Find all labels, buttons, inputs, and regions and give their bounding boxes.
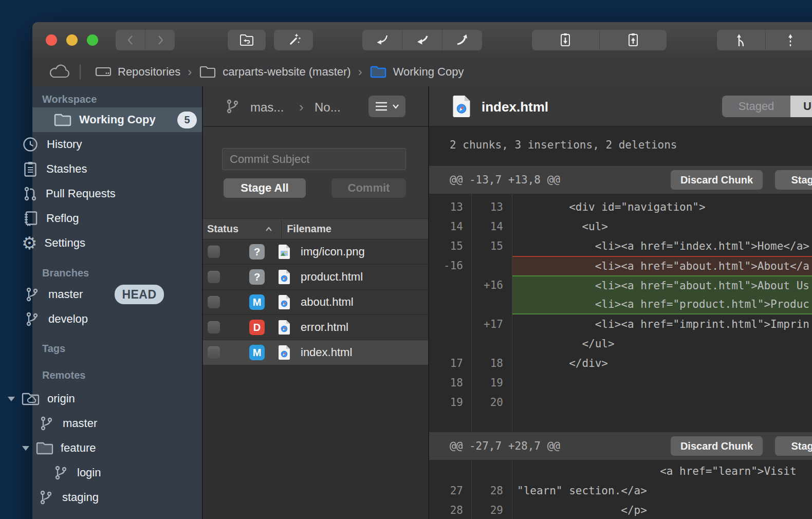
breadcrumb-divider bbox=[80, 64, 81, 80]
sidebar-item-label: Working Copy bbox=[79, 113, 156, 126]
diff-line[interactable]: 1515 <li><a href="index.html">Home</a> bbox=[429, 236, 812, 256]
pull-request-icon bbox=[23, 186, 38, 202]
diff-line[interactable]: 2829 </p> bbox=[429, 501, 812, 519]
back-button[interactable] bbox=[116, 30, 145, 50]
sidebar-item-stashes[interactable]: Stashes bbox=[0, 157, 170, 181]
fetch-button[interactable] bbox=[362, 30, 402, 50]
file-name: index.html bbox=[301, 346, 352, 359]
branch-ops-group bbox=[717, 30, 812, 50]
chevron-left-icon bbox=[125, 34, 136, 46]
html-file-icon-large bbox=[451, 94, 472, 119]
disclosure-triangle-icon[interactable] bbox=[21, 444, 30, 452]
fetch-arrow-icon bbox=[375, 33, 389, 47]
open-repository-button[interactable] bbox=[228, 30, 266, 50]
file-row[interactable]: ? product.html bbox=[203, 265, 428, 290]
file-row[interactable]: M about.html bbox=[203, 290, 428, 315]
sort-ascending-icon[interactable] bbox=[265, 227, 272, 232]
column-divider[interactable] bbox=[281, 219, 282, 239]
sidebar-branch-master[interactable]: master HEAD bbox=[0, 282, 170, 307]
forward-button[interactable] bbox=[145, 30, 175, 50]
breadcrumb-repositories[interactable]: Repositories bbox=[118, 65, 180, 79]
stage-checkbox[interactable] bbox=[208, 296, 220, 308]
diff-line[interactable]: 1718 </div> bbox=[429, 354, 812, 373]
sidebar-remote-origin[interactable]: origin bbox=[0, 386, 170, 411]
push-button[interactable] bbox=[442, 30, 482, 50]
diff-line-deletion[interactable]: -16 <li><a href="about.html">About</a bbox=[429, 256, 812, 275]
magic-wand-icon bbox=[286, 32, 301, 48]
diff-line[interactable]: </ul> bbox=[429, 334, 812, 354]
stash-button[interactable] bbox=[532, 30, 599, 50]
stage-chunk-button[interactable]: Stage Chunk bbox=[775, 170, 812, 190]
remote-folder-icon bbox=[21, 391, 41, 406]
sidebar-remote-folder-feature[interactable]: feature bbox=[0, 436, 170, 460]
head-badge: HEAD bbox=[115, 285, 164, 304]
unstaged-tab[interactable]: Unstaged bbox=[790, 96, 812, 117]
sidebar-item-settings[interactable]: ⚙ Settings bbox=[0, 231, 170, 255]
stage-checkbox[interactable] bbox=[208, 346, 220, 359]
diff-line[interactable]: <a href="learn">Visit bbox=[429, 461, 812, 481]
list-options-button[interactable] bbox=[368, 96, 405, 117]
stage-chunk-button[interactable]: Stage Chunk bbox=[775, 436, 812, 456]
zoom-window-button[interactable] bbox=[87, 34, 98, 46]
html-file-icon bbox=[278, 319, 291, 336]
branch-crumb[interactable]: mas... bbox=[250, 100, 284, 115]
diff-line[interactable]: +17 <li><a href="imprint.html">Imprin bbox=[429, 314, 812, 334]
discard-chunk-button[interactable]: Discard Chunk bbox=[671, 436, 763, 456]
rebase-button[interactable] bbox=[765, 30, 812, 50]
file-row[interactable]: D error.html bbox=[203, 315, 428, 340]
filename-column-header[interactable]: Filename bbox=[287, 223, 331, 235]
stage-all-button[interactable]: Stage All bbox=[224, 178, 306, 198]
diff-line-addition[interactable]: <li><a href="product.html">Produc bbox=[429, 295, 812, 314]
quick-actions-button[interactable] bbox=[274, 30, 313, 50]
html-file-icon bbox=[278, 294, 291, 310]
staged-tab[interactable]: Staged bbox=[722, 96, 790, 117]
branch-icon bbox=[25, 286, 40, 303]
diff-line[interactable]: 1414 <ul> bbox=[429, 217, 812, 236]
status-column-header[interactable]: Status bbox=[207, 223, 238, 235]
file-row[interactable]: ? img/icon.png bbox=[203, 239, 428, 265]
stage-checkbox[interactable] bbox=[208, 321, 220, 333]
branch-icon bbox=[39, 489, 54, 506]
disclosure-triangle-icon[interactable] bbox=[7, 395, 16, 402]
stage-checkbox[interactable] bbox=[208, 271, 220, 283]
breadcrumb-repo[interactable]: carparts-website (master) bbox=[223, 65, 350, 79]
file-row-selected[interactable]: M index.html bbox=[203, 340, 428, 365]
clock-icon bbox=[22, 136, 39, 153]
gutter-divider bbox=[512, 194, 512, 432]
commit-crumb[interactable]: No... bbox=[315, 100, 341, 115]
sidebar-item-label: Stashes bbox=[46, 162, 87, 176]
image-file-icon bbox=[278, 244, 291, 260]
gutter-divider bbox=[471, 460, 472, 519]
breadcrumb-section[interactable]: Working Copy bbox=[393, 65, 464, 79]
chevron-separator-icon: › bbox=[188, 65, 192, 79]
sidebar-item-history[interactable]: History bbox=[0, 132, 170, 157]
commit-button[interactable]: Commit bbox=[331, 178, 406, 198]
sidebar-item-pull-requests[interactable]: Pull Requests bbox=[0, 181, 170, 206]
sidebar-branch-develop[interactable]: develop bbox=[0, 307, 170, 331]
diff-file-title: index.html bbox=[482, 99, 548, 115]
diff-line[interactable]: 1313 <div id="navigation"> bbox=[429, 197, 812, 217]
sidebar-item-working-copy[interactable]: Working Copy 5 bbox=[32, 107, 202, 132]
discard-chunk-button[interactable]: Discard Chunk bbox=[671, 170, 763, 190]
sidebar-item-reflog[interactable]: Reflog bbox=[0, 206, 170, 231]
commit-subject-input[interactable] bbox=[222, 148, 406, 170]
hamburger-icon bbox=[375, 101, 388, 112]
sidebar-remote-branch-staging[interactable]: staging bbox=[0, 485, 170, 510]
diff-line[interactable]: 2728"learn" section.</a> bbox=[429, 481, 812, 501]
sidebar-remote-branch-master[interactable]: master bbox=[0, 411, 170, 436]
apply-stash-button[interactable] bbox=[599, 30, 667, 50]
sidebar-remote-branch-login[interactable]: login bbox=[0, 460, 170, 485]
cloud-icon[interactable] bbox=[49, 64, 70, 80]
merge-button[interactable] bbox=[717, 30, 765, 50]
gutter-divider bbox=[512, 460, 512, 519]
unstash-icon bbox=[627, 32, 639, 48]
stage-checkbox[interactable] bbox=[208, 246, 220, 258]
diff-line[interactable]: 1920 bbox=[429, 393, 812, 412]
hunk-header: @@ -27,7 +28,7 @@ Discard Chunk Stage Ch… bbox=[429, 432, 812, 460]
pull-button[interactable] bbox=[402, 30, 442, 50]
diff-line-addition[interactable]: +16 <li><a href="about.html">About Us bbox=[429, 275, 812, 295]
history-nav-group bbox=[116, 30, 175, 50]
diff-line[interactable]: 1819 bbox=[429, 373, 812, 393]
minimize-window-button[interactable] bbox=[66, 34, 78, 46]
close-window-button[interactable] bbox=[46, 34, 57, 46]
